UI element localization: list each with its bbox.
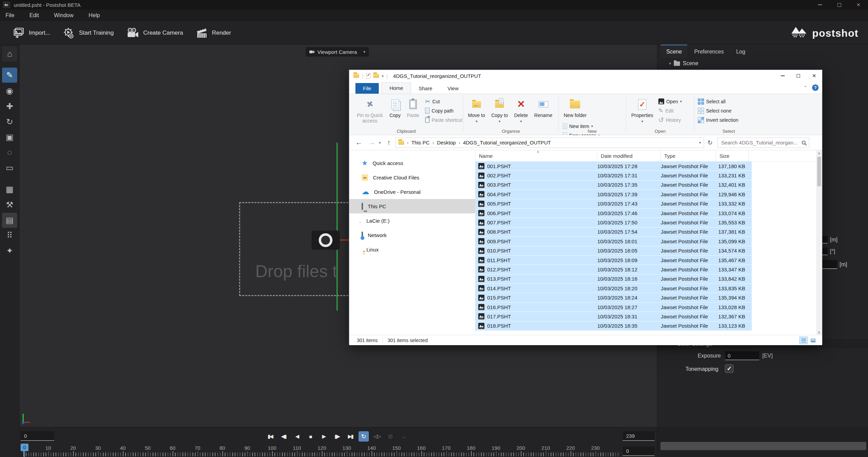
previous-frame-button[interactable]: ◀▮	[278, 431, 289, 442]
column-header-type[interactable]: Type	[661, 150, 716, 162]
particles-tool-button[interactable]: ⠿	[2, 228, 17, 243]
timeline-playhead[interactable]: 0	[21, 444, 28, 451]
column-header-date[interactable]: Date modified	[597, 150, 661, 162]
explorer-minimize-button[interactable]	[775, 70, 790, 82]
app-close-button[interactable]: ✕	[849, 0, 868, 10]
nav-item-creative-cloud-files[interactable]: ∞Creative Cloud Files	[349, 170, 475, 185]
folder-icon[interactable]	[373, 74, 379, 78]
create-camera-button[interactable]: Create Camera	[126, 27, 183, 38]
copy-button[interactable]: Copy	[387, 96, 403, 119]
library-tool-button[interactable]: ▤	[2, 213, 17, 228]
crop-tool-button[interactable]: ▭	[2, 160, 17, 175]
table-row[interactable]: 014.PSHT10/03/2025 18:20Jawset Postshot …	[476, 284, 752, 293]
home-button[interactable]: ⌂	[2, 46, 17, 61]
table-row[interactable]: 005.PSHT10/03/2025 17:43Jawset Postshot …	[476, 199, 752, 209]
wand-tool-button[interactable]: ✦	[2, 243, 17, 258]
range-value-input[interactable]: 0	[623, 446, 655, 456]
scene-tree-root[interactable]: ▾ Scene	[657, 58, 868, 69]
move-to-button[interactable]: ← Move to▾	[466, 96, 488, 125]
rename-button[interactable]: Rename	[532, 96, 555, 119]
render-button[interactable]: Render	[196, 27, 231, 39]
stop-button[interactable]: ■	[305, 431, 315, 442]
mute-toggle-button[interactable]: ⊘	[385, 431, 396, 442]
table-row[interactable]: 015.PSHT10/03/2025 18:24Jawset Postshot …	[476, 293, 752, 302]
scale-tool-button[interactable]: ▣	[2, 130, 17, 145]
nav-item-network[interactable]: Network	[349, 228, 475, 242]
table-row[interactable]: 003.PSHT10/03/2025 17:35Jawset Postshot …	[476, 180, 752, 190]
copy-path-button[interactable]: Copy path	[425, 106, 462, 115]
edit-button[interactable]: ✎Edit	[658, 106, 682, 115]
table-row[interactable]: 008.PSHT10/03/2025 17:54Jawset Postshot …	[476, 227, 752, 237]
explorer-maximize-button[interactable]	[790, 70, 806, 82]
step-back-button[interactable]: ◀	[292, 431, 302, 442]
link-toggle-button[interactable]: ↔	[399, 431, 409, 442]
play-button[interactable]: ▶	[318, 431, 329, 442]
nav-item-quick-access[interactable]: ★Quick access	[349, 156, 475, 170]
breadcrumb-segment[interactable]: 4DGS_Tutorial_reorganized_OUTPUT	[463, 140, 551, 145]
loop-button[interactable]: ↻	[359, 431, 369, 442]
table-row[interactable]: 002.PSHT10/03/2025 17:31Jawset Postshot …	[476, 171, 752, 180]
paste-shortcut-button[interactable]: Paste shortcut	[425, 115, 462, 125]
tonemapping-checkbox[interactable]: ✓	[725, 364, 734, 373]
exposure-input[interactable]: 0	[725, 351, 759, 360]
current-frame-input[interactable]: 0	[21, 431, 54, 441]
tools-button[interactable]: ⚒	[2, 197, 17, 212]
delete-button[interactable]: ✕ Delete▾	[512, 96, 530, 125]
cut-button[interactable]: ✂Cut	[425, 97, 462, 106]
copy-to-button[interactable]: Copy to▾	[489, 96, 510, 125]
new-folder-button[interactable]: New folder	[561, 96, 589, 119]
tab-file[interactable]: File	[355, 83, 379, 94]
select-none-button[interactable]: Select none	[698, 106, 738, 115]
table-row[interactable]: 001.PSHT10/03/2025 17:28Jawset Postshot …	[476, 162, 752, 171]
table-row[interactable]: 012.PSHT10/03/2025 18:12Jawset Postshot …	[476, 265, 752, 274]
select-all-button[interactable]: Select all	[698, 97, 738, 106]
right-panel-horizontal-scrollbar[interactable]	[660, 442, 866, 450]
start-training-button[interactable]: Start Training	[62, 27, 114, 39]
help-icon[interactable]: ?	[812, 84, 819, 91]
large-icons-view-button[interactable]	[809, 337, 817, 344]
app-maximize-button[interactable]	[830, 0, 849, 10]
scrollbar-thumb[interactable]	[817, 157, 821, 186]
bounce-toggle-button[interactable]: ◁▷	[372, 431, 382, 442]
tab-scene[interactable]: Scene	[661, 45, 687, 58]
tab-share[interactable]: Share	[411, 83, 440, 94]
menu-edit[interactable]: Edit	[30, 12, 39, 19]
chevron-right-icon[interactable]: ›	[458, 140, 460, 145]
explorer-titlebar[interactable]: | ✓ ▾ | 4DGS_Tutorial_reorganized_OUTPUT…	[349, 70, 822, 82]
table-row[interactable]: 018.PSHT10/03/2025 18:35Jawset Postshot …	[476, 321, 752, 331]
nav-item-linux[interactable]: Linux	[349, 242, 475, 257]
properties-button[interactable]: ✓ Properties▾	[629, 96, 656, 125]
tree-expand-icon[interactable]: ▾	[669, 61, 671, 66]
menu-help[interactable]: Help	[89, 12, 100, 19]
table-row[interactable]: 006.PSHT10/03/2025 17:46Jawset Postshot …	[476, 209, 752, 218]
properties-check-icon[interactable]: ✓	[366, 73, 371, 79]
breadcrumb-segment[interactable]: Desktop	[437, 140, 456, 145]
table-row[interactable]: 010.PSHT10/03/2025 18:05Jawset Postshot …	[476, 246, 752, 256]
step-forward-button[interactable]: ▮▶	[332, 431, 342, 442]
search-input[interactable]: Search 4DGS_Tutorial_reorgan...	[717, 138, 809, 148]
viewport-camera-selector[interactable]: Viewport Camera ▾	[306, 47, 369, 57]
property-field-partial-3[interactable]	[821, 260, 837, 269]
qat-dropdown-icon[interactable]: ▾	[382, 74, 384, 78]
breadcrumb-segment[interactable]: This PC	[411, 140, 430, 145]
tab-home[interactable]: Home	[382, 82, 411, 94]
tab-log[interactable]: Log	[731, 45, 751, 58]
invert-selection-button[interactable]: Invert selection	[698, 115, 738, 125]
table-row[interactable]: 013.PSHT10/03/2025 18:16Jawset Postshot …	[476, 274, 752, 284]
folder-icon[interactable]	[353, 74, 359, 78]
box-tool-button[interactable]: ▦	[2, 182, 17, 197]
pin-to-quick-access-button[interactable]: ✚ Pin to Quick access	[354, 96, 386, 125]
skip-to-end-button[interactable]: ▶▮	[345, 431, 355, 442]
import-button[interactable]: Import...	[12, 27, 50, 39]
details-view-button[interactable]	[799, 337, 808, 344]
splat-brush-tool-button[interactable]: ✎	[2, 68, 17, 83]
menu-file[interactable]: File	[5, 12, 14, 19]
explorer-close-button[interactable]: ✕	[806, 70, 822, 82]
refresh-icon[interactable]: ↻	[707, 139, 713, 147]
tab-view[interactable]: View	[440, 83, 466, 94]
table-row[interactable]: 011.PSHT10/03/2025 18:09Jawset Postshot …	[476, 256, 752, 265]
address-box[interactable]: ›This PC›Desktop›4DGS_Tutorial_reorganiz…	[395, 138, 704, 148]
tab-preferences[interactable]: Preferences	[689, 45, 729, 58]
nav-item-lacie-e-[interactable]: LaCie (E:)	[349, 213, 475, 228]
scroll-up-icon[interactable]: ∧	[818, 150, 820, 156]
